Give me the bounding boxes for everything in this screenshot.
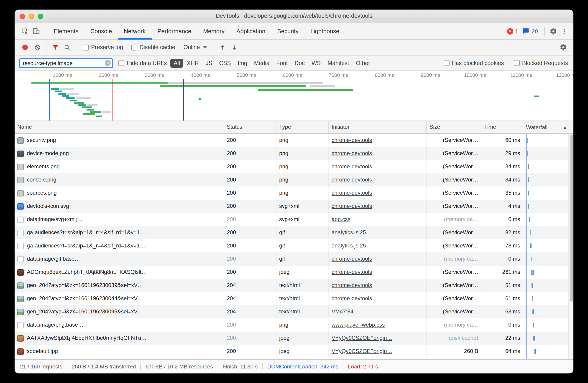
more-options-kebab-icon[interactable]: ⋮ [559,27,570,35]
tab-network[interactable]: Network [118,23,151,39]
tab-security[interactable]: Security [271,23,304,39]
initiator-link[interactable]: chrome-devtools [332,279,372,292]
record-network-log-button[interactable] [22,45,28,50]
initiator-link[interactable]: chrome-devtools [332,160,372,173]
column-header-type[interactable]: Type [276,121,329,133]
initiator-link[interactable]: chrome-devtools [332,252,372,266]
error-count-icon[interactable]: ✕ [507,28,513,34]
tab-application[interactable]: Application [231,23,271,39]
filter-pill-manifest[interactable]: Manifest [324,58,352,68]
filter-pill-css[interactable]: CSS [216,58,234,68]
initiator-link[interactable]: chrome-devtools [332,200,372,213]
filter-pill-xhr[interactable]: XHR [184,58,202,68]
preserve-log-checkbox[interactable] [83,44,89,50]
request-row[interactable]: ga-audiences?t=sr&aip=1&_r=4&slf_rd=1&v=… [15,226,573,239]
request-row[interactable]: AATXAJywSIpD1jf4EbqHXTfbe0mnyHqGFNTu…200… [15,332,573,345]
waterfall-bar [528,177,529,182]
initiator-link[interactable]: www-player-webp.css [332,318,385,332]
timeline-gridline [212,71,212,120]
request-row[interactable]: data:image/svg+xml;…200svg+xmlapp.css(me… [15,213,573,226]
filter-input[interactable] [19,58,113,68]
settings-gear-icon[interactable] [547,25,559,38]
initiator-link[interactable]: app.css [332,213,351,226]
error-count: 1 [515,28,518,34]
tab-elements[interactable]: Elements [48,23,84,39]
request-row[interactable]: devtools-icon.svg200svg+xmlchrome-devtoo… [15,200,573,213]
filter-pill-doc[interactable]: Doc [292,58,308,68]
filter-pill-ws[interactable]: WS [308,58,324,68]
column-header-initiator[interactable]: Initiator [329,121,427,133]
request-row[interactable]: gen_204?atyp=i&zx=1601196230039&sei=xV…2… [15,279,573,292]
request-row[interactable]: data:image/png;base…200pngwww-player-web… [15,318,573,332]
issues-icon[interactable] [522,25,530,38]
network-overview-timeline[interactable]: 1000 ms2000 ms3000 ms4000 ms5000 ms6000 … [15,71,573,121]
request-row[interactable]: console.png200pngchrome-devtools(Service… [15,173,573,187]
blocked-requests-checkbox[interactable] [514,60,520,66]
filter-pill-img[interactable]: Img [234,58,251,68]
inspect-element-icon[interactable] [18,25,30,38]
size-cell: (memory ca… [427,213,482,226]
tab-memory[interactable]: Memory [197,23,231,39]
search-icon[interactable] [61,41,73,54]
request-row[interactable]: ga-audiences?t=sr&aip=1&_r=4&slf_rd=1&v=… [15,239,573,252]
initiator-link[interactable]: chrome-devtools [332,147,372,160]
waterfall-cell [523,187,573,200]
initiator-link[interactable]: VYyQv0CSZOE?origin… [332,345,392,358]
filter-pill-all[interactable]: All [170,58,183,68]
initiator-link[interactable]: chrome-devtools [332,173,372,187]
waterfall-bar [534,349,536,354]
tab-performance[interactable]: Performance [151,23,197,39]
request-row[interactable]: device-mode.png200pngchrome-devtools(Ser… [15,147,573,160]
window-title: DevTools - developers.google.com/web/too… [15,10,573,23]
window-minimize-button[interactable] [29,14,34,19]
scrollbar-track[interactable] [568,134,573,359]
clear-filter-icon[interactable]: ✕ [105,60,111,66]
filter-pill-other[interactable]: Other [353,58,374,68]
time-cell: 82 ms [482,226,523,239]
device-toolbar-icon[interactable] [30,25,42,38]
filter-pill-js[interactable]: JS [202,58,215,68]
filter-pill-media[interactable]: Media [251,58,273,68]
request-row[interactable]: ADGmqu8qexLZuhphT_0Aj88Ng8riLFKASQlslt…2… [15,266,573,279]
export-har-icon[interactable] [229,41,240,54]
filter-pill-font[interactable]: Font [273,58,291,68]
column-header-waterfall[interactable]: Waterfall▲ [523,121,573,133]
initiator-link[interactable]: analytics.js:25 [332,239,366,252]
initiator-link[interactable]: VM47:84 [332,305,354,318]
hide-data-urls-checkbox[interactable] [118,60,124,66]
request-row[interactable]: gen_204?atyp=i&zx=1601196230095&sei=xV…2… [15,305,573,318]
size-cell: (ServiceWor… [427,187,482,200]
toolbar-right-group: ✕ 1 20 ⋮ [507,25,570,38]
request-row[interactable]: gen_204?atyp=i&zx=1601196230044&sei=xV…2… [15,292,573,305]
tab-console[interactable]: Console [84,23,118,39]
has-blocked-cookies-checkbox[interactable] [443,60,449,66]
column-header-time[interactable]: Time [482,121,523,133]
filter-funnel-icon[interactable] [49,41,61,54]
initiator-link[interactable]: chrome-devtools [332,292,372,305]
scrollbar-thumb[interactable] [570,135,573,302]
clear-network-log-icon[interactable] [31,41,43,54]
network-settings-gear-icon[interactable] [557,41,569,54]
tab-lighthouse[interactable]: Lighthouse [304,23,345,39]
column-header-label: Initiator [332,124,350,130]
initiator-link[interactable]: analytics.js:25 [332,226,366,239]
initiator-link[interactable]: chrome-devtools [332,187,372,200]
window-close-button[interactable] [20,14,25,19]
request-row[interactable]: sddefault.jpg200jpegVYyQv0CSZOE?origin…2… [15,345,573,358]
name-cell: data:image/gif;base… [15,252,224,266]
column-header-size[interactable]: Size [427,121,482,133]
request-row[interactable]: elements.png200pngchrome-devtools(Servic… [15,160,573,173]
throttling-select[interactable]: Online [179,44,211,51]
import-har-icon[interactable] [217,41,229,54]
window-zoom-button[interactable] [38,14,43,19]
request-row[interactable]: sources.png200pngchrome-devtools(Service… [15,187,573,200]
column-header-status[interactable]: Status [224,121,276,133]
initiator-link[interactable]: chrome-devtools [332,134,372,147]
timeline-gridline [166,71,166,120]
initiator-link[interactable]: chrome-devtools [332,266,372,279]
request-row[interactable]: security.png200pngchrome-devtools(Servic… [15,134,573,147]
initiator-link[interactable]: VYyQv0CSZOE?origin… [332,332,392,345]
request-row[interactable]: data:image/gif;base…200gifchrome-devtool… [15,252,573,266]
disable-cache-checkbox[interactable] [131,44,137,50]
column-header-name[interactable]: Name [15,121,224,133]
